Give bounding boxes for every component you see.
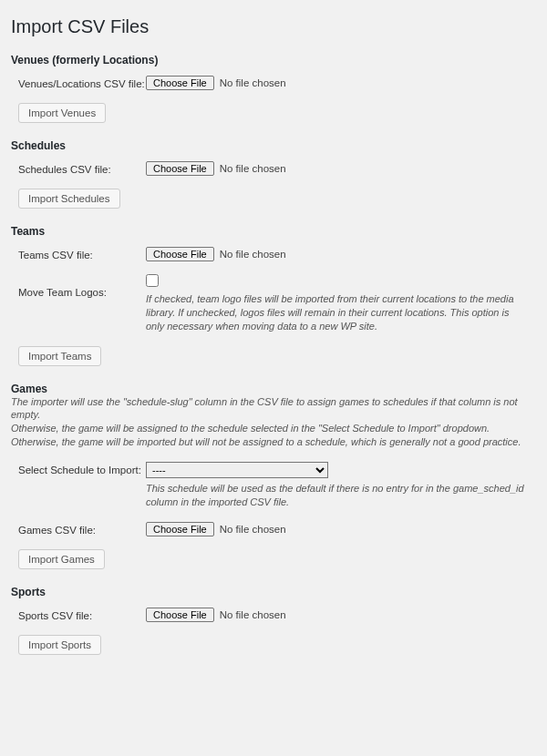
move-team-logos-label: Move Team Logos: [18,274,146,298]
move-team-logos-checkbox[interactable] [146,274,159,287]
page-title: Import CSV Files [11,16,536,37]
choose-file-button[interactable]: Choose File [146,247,214,261]
no-file-chosen-text: No file chosen [220,163,286,174]
no-file-chosen-text: No file chosen [220,249,286,260]
import-schedules-button[interactable]: Import Schedules [18,189,120,209]
section-heading-schedules: Schedules [11,139,536,152]
import-venues-button[interactable]: Import Venues [18,103,106,123]
schedules-file-input[interactable]: Choose File No file chosen [146,161,286,176]
schedules-file-label: Schedules CSV file: [18,161,146,175]
select-schedule-label: Select Schedule to Import: [18,462,146,475]
venues-file-input[interactable]: Choose File No file chosen [146,76,286,90]
no-file-chosen-text: No file chosen [220,77,286,88]
choose-file-button[interactable]: Choose File [146,522,214,536]
sports-file-label: Sports CSV file: [18,608,146,621]
choose-file-button[interactable]: Choose File [146,608,214,622]
games-desc-line2: Otherwise, the game will be assigned to … [11,423,490,434]
sports-file-input[interactable]: Choose File No file chosen [146,608,286,622]
teams-file-label: Teams CSV file: [18,247,146,261]
no-file-chosen-text: No file chosen [220,609,286,620]
choose-file-button[interactable]: Choose File [146,161,214,176]
import-sports-button[interactable]: Import Sports [18,635,101,655]
games-section-description: The importer will use the "schedule-slug… [11,395,536,449]
section-heading-sports: Sports [11,586,536,598]
section-heading-venues: Venues (formerly Locations) [11,54,536,66]
games-desc-line1: The importer will use the "schedule-slug… [11,396,518,421]
choose-file-button[interactable]: Choose File [146,76,214,90]
no-file-chosen-text: No file chosen [220,524,286,535]
teams-file-input[interactable]: Choose File No file chosen [146,247,286,261]
move-team-logos-description: If checked, team logo files will be impo… [146,292,529,333]
games-file-input[interactable]: Choose File No file chosen [146,522,286,536]
games-desc-line3: Otherwise, the game will be imported but… [11,436,521,447]
import-teams-button[interactable]: Import Teams [18,346,101,366]
import-games-button[interactable]: Import Games [18,549,105,569]
select-schedule-description: This schedule will be used as the defaul… [146,482,529,509]
section-heading-teams: Teams [11,225,536,238]
venues-file-label: Venues/Locations CSV file: [18,76,146,89]
games-file-label: Games CSV file: [18,522,146,536]
section-heading-games: Games [11,383,536,395]
select-schedule-dropdown[interactable]: ---- [146,462,328,478]
